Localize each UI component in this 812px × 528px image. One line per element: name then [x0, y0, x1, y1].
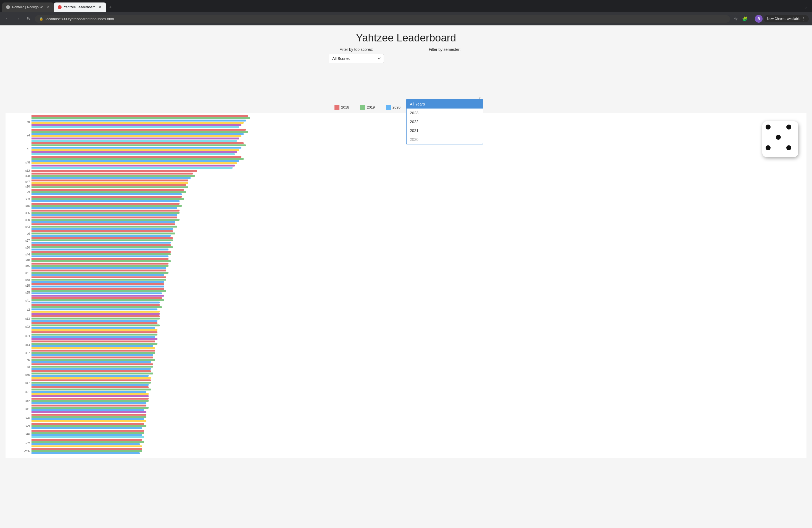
semester-option-all[interactable]: All Years: [407, 100, 483, 108]
chart-bar: [31, 354, 153, 356]
nav-actions: ☆ 🧩 | R New Chrome available ⋮: [732, 15, 809, 23]
chart-row-label: s20: [21, 218, 31, 221]
tab-portfolio-label: Portfolio | Rodrigo W.: [12, 5, 43, 9]
chart-row-label: s47: [21, 180, 31, 184]
bookmark-button[interactable]: ☆: [732, 15, 739, 23]
chart-bar: [31, 147, 242, 149]
new-tab-button[interactable]: +: [106, 3, 115, 11]
chart-bar: [31, 186, 188, 188]
chart-bar: [31, 156, 242, 158]
bar-group: [31, 263, 801, 269]
chart-row: s45: [21, 263, 801, 269]
chart-bar: [31, 336, 155, 338]
profile-button[interactable]: R: [755, 15, 763, 23]
tab-yahtzee-close[interactable]: ✕: [98, 4, 102, 10]
extensions-button[interactable]: 🧩: [740, 15, 749, 23]
reload-button[interactable]: ↻: [24, 15, 33, 23]
chart-row: s26b: [21, 448, 801, 455]
chart-row: s37: [21, 350, 801, 356]
chart-bar: [31, 372, 153, 375]
tab-list-button[interactable]: ⌄: [802, 4, 810, 11]
chart-bar: [31, 327, 155, 328]
chart-bar: [31, 434, 142, 436]
chart-row: s29: [21, 423, 801, 429]
bar-group: [31, 379, 801, 386]
chart-bar: [31, 225, 177, 228]
chart-row: s46: [21, 430, 801, 439]
chart-row: s8: [21, 363, 801, 370]
chart-bar: [31, 244, 171, 246]
chart-bar: [31, 246, 173, 248]
semester-dropdown[interactable]: All Years 2023 2022 2021 2020 ▼: [406, 54, 483, 99]
chart-row: s13: [21, 316, 801, 322]
address-bar[interactable]: 🔒 localhost:8000/yathzee/frontend/index.…: [35, 15, 730, 23]
chart-bar: [31, 445, 142, 448]
chart-bar: [31, 122, 244, 124]
chart-bar: [31, 414, 146, 415]
bar-group: [31, 237, 801, 244]
chart-bar: [31, 235, 171, 237]
tab-portfolio[interactable]: Portfolio | Rodrigo W. ✕: [2, 2, 54, 12]
chart-bar: [31, 173, 193, 175]
legend-color-2020: [386, 105, 391, 109]
scores-filter-group: Filter by top scores: All Scores Top 10 …: [329, 47, 384, 99]
chart-bar: [31, 182, 188, 184]
chart-bar: [31, 352, 155, 354]
chart-bar: [31, 210, 179, 211]
chart-bar: [31, 302, 160, 304]
chart-row: s41: [21, 297, 801, 304]
chart-row-label: s38: [21, 278, 31, 281]
chrome-update-menu-icon: ⋮: [802, 17, 806, 21]
scores-filter-label: Filter by top scores:: [339, 47, 373, 52]
chart-bar: [31, 356, 153, 358]
semester-option-2022[interactable]: 2022: [407, 117, 483, 126]
chart-bar: [31, 274, 164, 276]
semester-option-2021[interactable]: 2021: [407, 126, 483, 135]
bar-group: [31, 356, 801, 363]
bar-group: [31, 170, 801, 172]
chart-bar: [31, 249, 169, 250]
tab-yahtzee[interactable]: Yahtzee Leaderboard ✕: [54, 2, 106, 12]
legend-label-2018: 2018: [341, 105, 349, 109]
chart-bar: [31, 144, 246, 146]
bar-group: [31, 217, 801, 223]
chart-row-label: s10: [21, 185, 31, 188]
bar-group: [31, 184, 801, 189]
tab-bar: Portfolio | Rodrigo W. ✕ Yahtzee Leaderb…: [0, 0, 812, 12]
chart-row-label: s31: [21, 272, 31, 275]
chart-bar: [31, 423, 144, 425]
scores-filter-select[interactable]: All Scores Top 10 Top 20 Top 50: [329, 54, 384, 63]
chart-bar: [31, 162, 237, 164]
chart-bar: [31, 196, 182, 198]
chart-bar: [31, 279, 166, 281]
chart-row-label: s3: [21, 191, 31, 194]
chart-row: s28: [21, 173, 801, 179]
chart-bar: [31, 263, 169, 265]
chart-bar: [31, 425, 146, 427]
tab-portfolio-close[interactable]: ✕: [46, 4, 50, 10]
chart-bar: [31, 198, 184, 200]
chart-row-label: s24: [21, 334, 31, 337]
semester-option-2023[interactable]: 2023: [407, 108, 483, 117]
chart-bar: [31, 452, 140, 454]
chart-bar: [31, 416, 146, 418]
forward-button[interactable]: →: [14, 15, 22, 23]
back-button[interactable]: ←: [3, 15, 12, 23]
legend-label-2020: 2020: [392, 105, 401, 109]
semester-option-2020[interactable]: 2020: [407, 135, 483, 144]
browser-chrome: Portfolio | Rodrigo W. ✕ Yahtzee Leaderb…: [0, 0, 812, 25]
chart-bar: [31, 427, 142, 429]
chrome-update-button[interactable]: New Chrome available ⋮: [764, 15, 809, 23]
chart-bar: [31, 402, 146, 404]
chart-bar: [31, 258, 169, 260]
chart-row: s31: [21, 269, 801, 276]
legend-label-2019: 2019: [367, 105, 375, 109]
chart-row: s20: [21, 217, 801, 223]
chart-row-label: s9: [21, 120, 31, 123]
chart-row: s5: [21, 356, 801, 363]
chart-bar: [31, 269, 166, 272]
chart-bar: [31, 299, 164, 301]
chart-row-label: s27: [21, 239, 31, 242]
bar-group: [31, 189, 801, 195]
chart-bar: [31, 316, 160, 317]
